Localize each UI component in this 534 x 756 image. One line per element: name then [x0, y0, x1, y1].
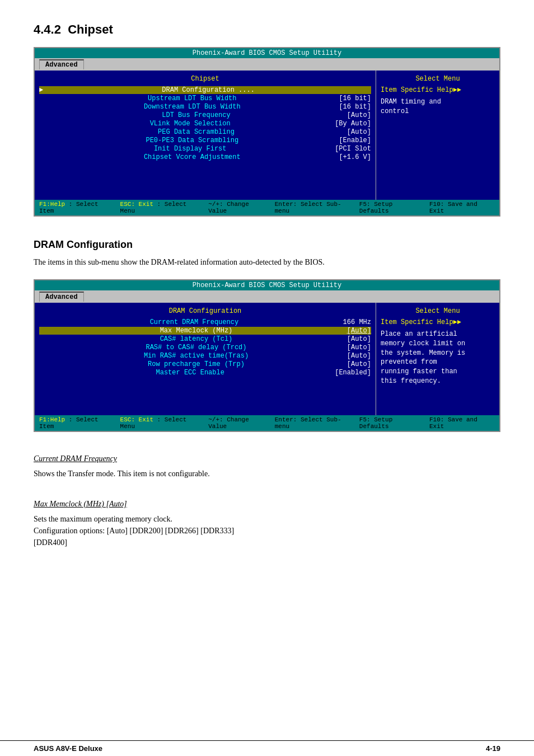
footer2-enter: Enter: Select Sub-menu	[275, 416, 355, 430]
bios-row2-current[interactable]: ► Current DRAM Frequency 166 MHz	[39, 318, 371, 326]
bios-title-2: Phoenix-Award BIOS CMOS Setup Utility	[35, 280, 499, 290]
bios-body-1: Chipset ► DRAM Configuration .... ► Upst…	[35, 71, 499, 200]
bios-footer-2: F1:Help : Select Item ESC: Exit : Select…	[35, 415, 499, 431]
bios-row-pe0[interactable]: ► PE0-PE3 Data Scrambling [Enable]	[39, 137, 371, 144]
footer-f1: F1:Help : Select Item	[39, 201, 116, 214]
footer-esc: ESC: Exit : Select Menu	[120, 201, 204, 214]
bios-tab-advanced-2[interactable]: Advanced	[39, 292, 84, 302]
bios-row2-min-ras[interactable]: ► Min RAS# active time(Tras) [Auto]	[39, 352, 371, 360]
footer-f10: F10: Save and Exit	[429, 201, 495, 214]
bios2-row-value-2: [Auto]	[347, 335, 371, 343]
bios-row-label-1: Upstream LDT Bus Width	[148, 95, 236, 102]
bios-row-label-0: DRAM Configuration ....	[162, 86, 255, 94]
bios-row-value-8: [+1.6 V]	[339, 153, 371, 161]
footer-enter: Enter: Select Sub-menu	[275, 201, 355, 214]
footer-f5: F5: Setup Defaults	[359, 201, 425, 214]
bios-main-2: DRAM Configuration ► Current DRAM Freque…	[35, 303, 376, 415]
bios-row-value-7: [PCI Slot	[335, 145, 371, 153]
bios-row-label-3: LDT Bus Frequency	[162, 111, 230, 119]
footer2-f10: F10: Save and Exit	[429, 416, 495, 430]
bios-row-vlink[interactable]: ► VLink Mode Selection [By Auto]	[39, 120, 371, 128]
bottom-right: 4-19	[486, 744, 500, 753]
bios-row-label-6: PE0-PE3 Data Scrambling	[146, 137, 238, 144]
bios-row-value-5: [Auto]	[347, 128, 371, 136]
bios-sidebar-1: Select Menu Item Specific Help►► DRAM ti…	[376, 71, 499, 200]
bios-tab-bar-1: Advanced	[35, 58, 499, 71]
bios-sidebar-title-1: Item Specific Help►►	[381, 86, 495, 94]
bios-main-header-2: DRAM Configuration	[39, 307, 371, 315]
bios2-row-label-5: Row precharge Time (Trp)	[148, 360, 245, 368]
footer2-f1: F1:Help : Select Item	[39, 416, 116, 430]
bios-tab-advanced-1[interactable]: Advanced	[39, 59, 84, 69]
dram-section-title: DRAM Configuration	[34, 239, 500, 251]
bios-sidebar-header-1: Select Menu	[381, 75, 495, 83]
footer2-f5: F5: Setup Defaults	[359, 416, 425, 430]
bios-box-2: Phoenix-Award BIOS CMOS Setup Utility Ad…	[34, 279, 500, 432]
bios-row-value-4: [By Auto]	[335, 120, 371, 128]
bios-row-upstream[interactable]: ► Upstream LDT Bus Width [16 bit]	[39, 95, 371, 102]
bios-sidebar-2: Select Menu Item Specific Help►► Place a…	[376, 303, 499, 415]
bios2-row-value-6: [Enabled]	[335, 369, 371, 377]
section-heading: 4.4.2 Chipset	[34, 22, 500, 37]
bios2-row-value-1: [Auto]	[347, 327, 371, 335]
bios2-row-label-3: RAS# to CAS# delay (Trcd)	[146, 344, 246, 351]
bios-row2-ras-cas[interactable]: ► RAS# to CAS# delay (Trcd) [Auto]	[39, 344, 371, 351]
bios-footer-1: F1:Help : Select Item ESC: Exit : Select…	[35, 200, 499, 215]
bios-sidebar-text-2: Place an artificial memory clock limit o…	[381, 330, 495, 386]
bios-row-vcore[interactable]: ► Chipset Vcore Adjustment [+1.6 V]	[39, 153, 371, 161]
bios-row-label-5: PEG Data Scrambling	[158, 128, 235, 136]
bios-row2-cas[interactable]: ► CAS# latency (Tcl) [Auto]	[39, 335, 371, 343]
bios-row-value-2: [16 bit]	[339, 103, 371, 111]
bios-row2-max[interactable]: ► Max Memclock (MHz) [Auto]	[39, 327, 371, 335]
bios-main-header-1: Chipset	[39, 75, 371, 83]
bios-row-init[interactable]: ► Init Display First [PCI Slot	[39, 145, 371, 153]
bios2-row-value-0: 166 MHz	[343, 318, 371, 326]
bios-row-peg[interactable]: ► PEG Data Scrambling [Auto]	[39, 128, 371, 136]
bios-row-arrow: ►	[39, 86, 43, 94]
footer2-esc: ESC: Exit : Select Menu	[120, 416, 204, 430]
bios-row-value-1: [16 bit]	[339, 95, 371, 102]
bios-row-ldt-freq[interactable]: ► LDT Bus Frequency [Auto]	[39, 111, 371, 119]
bios-row-dram-config[interactable]: ► DRAM Configuration ....	[39, 86, 371, 94]
footer2-change: ~/+: Change Value	[208, 416, 270, 430]
item-text-0: Shows the Transfer mode. This item is no…	[34, 468, 500, 480]
bios-main-1: Chipset ► DRAM Configuration .... ► Upst…	[35, 71, 376, 200]
bios2-row-value-5: [Auto]	[347, 360, 371, 368]
bios-sidebar-title-2: Item Specific Help►►	[381, 318, 495, 326]
bios-sidebar-header-2: Select Menu	[381, 307, 495, 315]
bios-row-label-8: Chipset Vcore Adjustment	[144, 153, 241, 161]
bios2-row-label-1: Max Memclock (MHz)	[160, 327, 233, 335]
bios-row2-row-precharge[interactable]: ► Row precharge Time (Trp) [Auto]	[39, 360, 371, 368]
bios-row2-ecc[interactable]: ► Master ECC Enable [Enabled]	[39, 369, 371, 377]
bios-body-2: DRAM Configuration ► Current DRAM Freque…	[35, 303, 499, 415]
bios-row-label-2: Downstream LDT Bus Width	[144, 103, 241, 111]
bios2-row-value-4: [Auto]	[347, 352, 371, 360]
bios2-row-label-0: Current DRAM Frequency	[150, 318, 238, 326]
bios2-row-label-6: Master ECC Enable	[156, 369, 224, 377]
bios2-row-label-4: Min RAS# active time(Tras)	[144, 352, 249, 360]
item-link-1[interactable]: Max Memclock (MHz) [Auto]	[34, 500, 500, 509]
bios-box-1: Phoenix-Award BIOS CMOS Setup Utility Ad…	[34, 47, 500, 217]
bios-row-label-4: VLink Mode Selection	[150, 120, 231, 128]
bios-row-value-6: [Enable]	[339, 137, 371, 144]
bios-sidebar-text-1: DRAM timing and control	[381, 97, 495, 116]
bios-row-label-7: Init Display First	[154, 145, 227, 153]
bottom-bar: ASUS A8V-E Deluxe 4-19	[0, 740, 534, 756]
bios-tab-bar-2: Advanced	[35, 290, 499, 303]
footer-change: ~/+: Change Value	[208, 201, 270, 214]
item-text-1: Sets the maximum operating memory clock.…	[34, 513, 500, 548]
bios2-row-label-2: CAS# latency (Tcl)	[160, 335, 233, 343]
dram-description: The items in this sub-menu show the DRAM…	[34, 256, 500, 268]
bios-row-downstream[interactable]: ► Downstream LDT Bus Width [16 bit]	[39, 103, 371, 111]
bios-title-1: Phoenix-Award BIOS CMOS Setup Utility	[35, 48, 499, 58]
bios2-row-value-3: [Auto]	[347, 344, 371, 351]
bios-row-value-3: [Auto]	[347, 111, 371, 119]
bottom-left: ASUS A8V-E Deluxe	[34, 744, 102, 753]
item-link-0[interactable]: Current DRAM Frequency	[34, 454, 500, 463]
